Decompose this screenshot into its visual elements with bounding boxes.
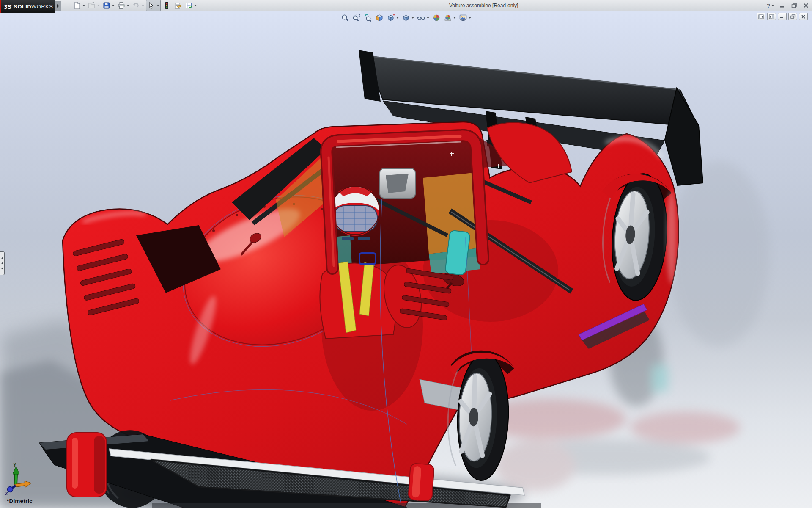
new-document-button[interactable]: [72, 0, 86, 11]
view-orientation-button[interactable]: [385, 12, 400, 23]
app-window-controls: ?: [767, 0, 809, 11]
new-document-icon: [73, 1, 81, 10]
featuremanager-collapse-tab[interactable]: [0, 251, 5, 275]
heads-up-view-toolbar: [340, 12, 472, 23]
document-window-controls: [757, 13, 808, 20]
restore-button[interactable]: [791, 3, 797, 8]
dropdown-arrow-icon[interactable]: [411, 17, 414, 19]
show-featuremanager-pane-button[interactable]: [757, 13, 765, 20]
file-properties-icon: [173, 1, 182, 10]
standard-toolbar: [72, 0, 198, 11]
restore-icon: [791, 3, 797, 8]
dropdown-arrow-icon[interactable]: [771, 5, 774, 6]
select-cursor-icon: [147, 1, 156, 10]
triad-z-label: Z: [5, 491, 8, 496]
section-view-icon: [375, 14, 384, 22]
edit-appearance-button[interactable]: [431, 12, 442, 23]
show-display-pane-button[interactable]: [767, 13, 776, 20]
dropdown-arrow-icon[interactable]: [142, 5, 144, 6]
dropdown-arrow-icon[interactable]: [97, 5, 100, 6]
display-style-button[interactable]: [401, 12, 415, 23]
pane-right-arrow-icon: [769, 14, 774, 19]
left-arrow-icon: [1, 267, 3, 270]
view-settings-icon: [459, 14, 467, 22]
section-view-button[interactable]: [374, 12, 385, 23]
file-properties-button[interactable]: [173, 0, 183, 11]
save-icon: [102, 1, 111, 10]
left-arrow-icon: [1, 257, 3, 260]
minimize-button[interactable]: [780, 3, 785, 8]
minimize-icon: [780, 3, 785, 8]
dropdown-arrow-icon[interactable]: [427, 17, 429, 19]
help-button[interactable]: ?: [767, 3, 774, 9]
print-button[interactable]: [116, 0, 130, 11]
open-icon: [88, 1, 96, 10]
document-title: Voiture assomblee [Read-only]: [449, 3, 518, 8]
dropdown-arrow-icon[interactable]: [396, 17, 399, 19]
options-icon: [184, 1, 193, 10]
front-left-brake-pod: [67, 433, 107, 497]
restore-document-button[interactable]: [788, 13, 797, 20]
air-intake: [380, 168, 415, 198]
zoom-to-fit-icon: [341, 14, 349, 22]
dropdown-arrow-icon[interactable]: [194, 5, 197, 6]
minimize-document-button[interactable]: [778, 13, 787, 20]
restore-icon: [790, 14, 796, 19]
display-style-icon: [402, 14, 410, 22]
zoom-to-fit-button[interactable]: [340, 12, 351, 23]
close-document-button[interactable]: [799, 13, 808, 20]
dropdown-arrow-icon[interactable]: [469, 17, 471, 19]
zoom-to-area-button[interactable]: [351, 12, 362, 23]
view-orientation-label: *Dimetric: [7, 498, 33, 504]
left-arrow-icon: [1, 262, 3, 265]
zoom-to-area-icon: [352, 14, 361, 22]
select-button[interactable]: [146, 0, 161, 11]
triad-y-label: Y: [13, 462, 16, 468]
help-icon: ?: [767, 3, 770, 9]
view-orientation-icon: [387, 14, 395, 22]
close-button[interactable]: [803, 3, 809, 8]
grille-center-post: [408, 463, 434, 501]
undo-button[interactable]: [131, 0, 145, 11]
view-settings-button[interactable]: [458, 12, 472, 23]
previous-view-icon: [364, 14, 372, 22]
close-icon: [803, 3, 809, 8]
edit-appearance-icon: [432, 14, 441, 22]
traffic-light-icon: [162, 1, 171, 10]
3ds-logo-mark: 3S: [4, 3, 11, 10]
hide-show-items-button[interactable]: [416, 12, 431, 23]
title-bar: Voiture assomblee [Read-only] ?: [0, 0, 812, 11]
right-arrow-icon: [57, 4, 59, 8]
dropdown-arrow-icon[interactable]: [127, 5, 129, 6]
previous-view-button[interactable]: [362, 12, 373, 23]
hide-show-items-icon: [417, 14, 425, 22]
dropdown-arrow-icon[interactable]: [453, 17, 456, 19]
dropdown-arrow-icon[interactable]: [157, 5, 159, 6]
car-model-scene: [0, 0, 812, 508]
close-icon: [801, 15, 806, 19]
save-button[interactable]: [102, 0, 115, 11]
solidworks-logo: 3SSOLIDWORKS: [0, 0, 55, 13]
options-button[interactable]: [184, 0, 198, 11]
open-button[interactable]: [87, 0, 101, 11]
3d-viewport[interactable]: Y Z *Dimetric: [0, 11, 812, 508]
menu-flyout-arrow[interactable]: [55, 1, 61, 11]
apply-scene-icon: [444, 14, 452, 22]
dropdown-arrow-icon[interactable]: [112, 5, 115, 6]
dropdown-arrow-icon[interactable]: [82, 5, 85, 6]
minimize-icon: [780, 15, 785, 19]
pane-left-arrow-icon: [758, 14, 764, 19]
apply-scene-button[interactable]: [442, 12, 457, 23]
rebuild-button[interactable]: [162, 0, 172, 11]
undo-icon: [132, 1, 140, 10]
print-icon: [117, 1, 126, 10]
